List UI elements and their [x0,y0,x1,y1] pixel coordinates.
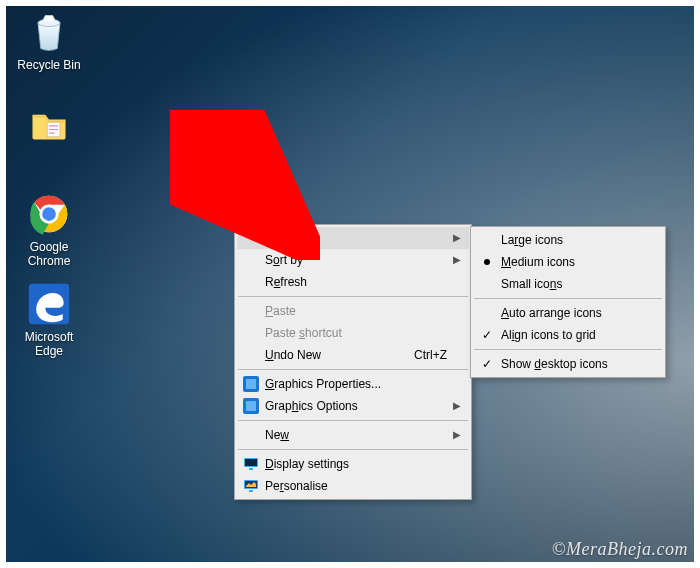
menu-separator [474,298,662,299]
menu-item-label: Sort by [265,253,447,267]
menu-item-undo[interactable]: Undo New Ctrl+Z [237,344,469,366]
menu-item-display-settings[interactable]: Display settings [237,453,469,475]
menu-item-shortcut: Ctrl+Z [414,348,447,362]
submenu-item-medium-icons[interactable]: Medium icons [473,251,663,273]
menu-item-label: Show desktop icons [501,357,641,371]
check-icon [479,356,495,372]
radio-selected-icon [479,254,495,270]
check-icon [479,327,495,343]
menu-item-label: Graphics Properties... [265,377,447,391]
submenu-item-small-icons[interactable]: Small icons [473,273,663,295]
chevron-right-icon: ▶ [453,232,461,243]
desktop-icon-label: Google Chrome [10,240,88,268]
submenu-item-large-icons[interactable]: Large icons [473,229,663,251]
desktop-icon-label: Recycle Bin [10,58,88,72]
chevron-right-icon: ▶ [453,429,461,440]
menu-item-personalise[interactable]: Personalise [237,475,469,497]
menu-item-label: Personalise [265,479,447,493]
menu-item-label: Display settings [265,457,447,471]
menu-item-paste: Paste [237,300,469,322]
desktop-icon-recycle-bin[interactable]: Recycle Bin [10,10,88,72]
folder-icon [27,102,71,146]
menu-item-new[interactable]: New ▶ [237,424,469,446]
svg-line-16 [185,125,282,222]
desktop-icon-folder[interactable] [10,102,88,150]
menu-item-label: Medium icons [501,255,641,269]
menu-item-view[interactable]: View ▶ [237,227,469,249]
menu-item-label: Auto arrange icons [501,306,641,320]
menu-separator [474,349,662,350]
menu-item-paste-shortcut: Paste shortcut [237,322,469,344]
intel-graphics-icon [243,398,259,414]
monitor-icon [243,456,259,472]
menu-separator [238,449,468,450]
personalise-icon [243,478,259,494]
intel-graphics-icon [243,376,259,392]
svg-rect-12 [249,468,253,470]
menu-item-sort-by[interactable]: Sort by ▶ [237,249,469,271]
menu-item-graphics-options[interactable]: Graphics Options ▶ [237,395,469,417]
menu-separator [238,369,468,370]
menu-separator [238,296,468,297]
chrome-icon [27,192,71,236]
watermark: ©MeraBheja.com [552,539,688,560]
edge-icon [27,282,71,326]
submenu-item-show-desktop-icons[interactable]: Show desktop icons [473,353,663,375]
menu-item-label: Refresh [265,275,447,289]
menu-item-label: Small icons [501,277,641,291]
desktop-icon-chrome[interactable]: Google Chrome [10,192,88,268]
recycle-bin-icon [27,10,71,54]
chevron-right-icon: ▶ [453,400,461,411]
chevron-right-icon: ▶ [453,254,461,265]
desktop-icon-label: Microsoft Edge [10,330,88,358]
menu-item-label: View [265,231,447,245]
desktop-context-menu[interactable]: View ▶ Sort by ▶ Refresh Paste Paste sho… [234,224,472,500]
view-submenu[interactable]: Large icons Medium icons Small icons Aut… [470,226,666,378]
menu-item-label: New [265,428,447,442]
menu-item-label: Paste shortcut [265,326,447,340]
menu-item-label: Graphics Options [265,399,447,413]
menu-item-label: Large icons [501,233,641,247]
desktop-icon-edge[interactable]: Microsoft Edge [10,282,88,358]
submenu-item-auto-arrange[interactable]: Auto arrange icons [473,302,663,324]
menu-item-label: Align icons to grid [501,328,641,342]
svg-rect-7 [246,379,256,389]
submenu-item-align-to-grid[interactable]: Align icons to grid [473,324,663,346]
menu-item-label: Undo New [265,348,390,362]
svg-rect-11 [245,459,257,466]
menu-separator [238,420,468,421]
svg-rect-15 [249,490,253,492]
menu-item-label: Paste [265,304,447,318]
menu-item-refresh[interactable]: Refresh [237,271,469,293]
svg-rect-9 [246,401,256,411]
menu-item-graphics-properties[interactable]: Graphics Properties... [237,373,469,395]
